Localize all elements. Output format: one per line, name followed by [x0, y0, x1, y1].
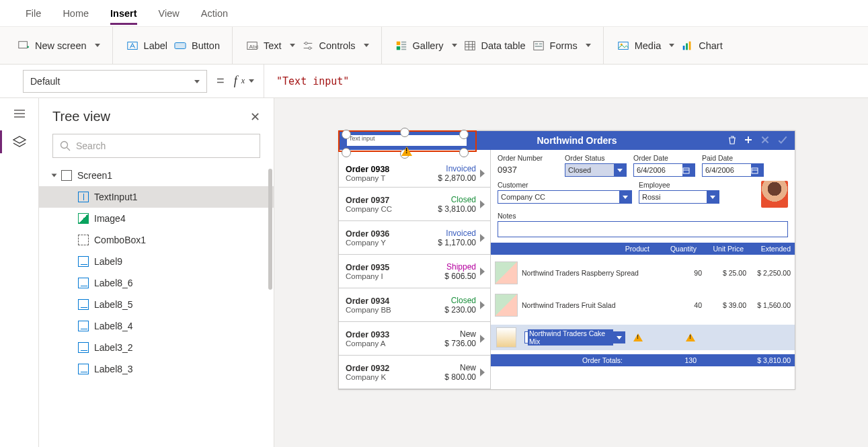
order-row[interactable]: Order 0936Company YInvoiced$ 1,170.00 [339, 221, 490, 255]
product-row[interactable]: Northwind Traders Fruit Salad40$ 39.00$ … [495, 294, 791, 317]
order-row[interactable]: Order 0935Company IShipped$ 606.50 [339, 255, 490, 288]
tree-node-combobox1[interactable]: ComboBox1 [39, 229, 274, 251]
scrollbar-thumb[interactable] [268, 169, 272, 290]
order-number-value: 0937 [498, 163, 558, 175]
menu-view[interactable]: View [159, 8, 180, 19]
tree-node-label8-5[interactable]: Label8_5 [39, 294, 274, 315]
order-row[interactable]: Order 0934Company BBClosed$ 230.00 [339, 288, 490, 322]
order-date-label: Order Date [633, 154, 695, 162]
svg-rect-11 [396, 46, 399, 49]
product-grid-header: Product Quantity Unit Price Extended [491, 243, 795, 255]
new-product-row[interactable]: Northwind Traders Cake Mix [491, 325, 795, 350]
fx-button[interactable]: fx [234, 74, 254, 88]
left-rail [0, 98, 39, 447]
tree-node-screen1[interactable]: Screen1 [39, 165, 274, 186]
notes-label: Notes [498, 212, 788, 220]
order-status: Shipped [426, 262, 476, 272]
combo-node-icon [78, 235, 89, 245]
menu-action[interactable]: Action [201, 8, 228, 19]
property-selector[interactable]: Default [23, 70, 207, 93]
order-row[interactable]: Order 0933Company ANew$ 736.00 [339, 322, 490, 356]
employee-select[interactable]: Rossi [639, 190, 719, 204]
menu-insert[interactable]: Insert [110, 8, 137, 25]
controls-button[interactable]: Controls [302, 40, 369, 52]
gallery-button[interactable]: Gallery [395, 40, 457, 52]
cancel-icon[interactable] [760, 134, 771, 147]
check-icon[interactable] [777, 134, 788, 147]
tree-search[interactable]: Search [52, 134, 260, 158]
order-totals: Order Totals: 130 $ 3,810.00 [491, 354, 795, 366]
dropdown-icon [614, 164, 626, 176]
add-icon[interactable] [744, 135, 753, 147]
svg-point-7 [308, 46, 311, 49]
tree-node-label: Image4 [94, 213, 126, 224]
button-button[interactable]: Button [174, 40, 220, 52]
totals-qty: 130 [649, 356, 697, 364]
svg-point-6 [305, 42, 307, 44]
label-node-icon [78, 299, 89, 310]
order-company: Company K [346, 373, 426, 381]
layers-icon[interactable] [12, 134, 27, 149]
menu-file[interactable]: File [26, 8, 41, 19]
menu-home[interactable]: Home [63, 8, 89, 19]
gallery-icon [395, 40, 407, 52]
screen-icon [17, 40, 30, 52]
text-label: Text [264, 40, 282, 51]
trash-icon[interactable] [727, 135, 737, 147]
order-row[interactable]: Order 0937Company CCClosed$ 3,810.00 [339, 188, 490, 221]
employee-value: Rossi [642, 193, 661, 201]
forms-button[interactable]: Forms [532, 40, 591, 52]
chevron-right-icon [480, 301, 485, 309]
col-quantity: Quantity [649, 245, 697, 253]
datatable-button[interactable]: Data table [464, 40, 526, 52]
order-status-value: Closed [568, 166, 591, 174]
notes-input[interactable] [498, 221, 788, 237]
new-product-select[interactable]: Northwind Traders Cake Mix [524, 331, 625, 343]
order-amount: $ 736.00 [426, 339, 476, 348]
label-node-icon [78, 321, 89, 331]
order-date-value: 6/4/2006 [637, 166, 666, 174]
svg-rect-14 [465, 41, 474, 50]
media-button[interactable]: Media [617, 40, 675, 52]
order-status: New [426, 363, 476, 372]
collapse-icon[interactable] [52, 174, 57, 177]
property-bar: Default = fx "Text input" [0, 65, 868, 98]
tree-node-label9[interactable]: Label9 [39, 251, 274, 272]
datatable-label: Data table [481, 40, 526, 51]
label-button[interactable]: Label [126, 40, 167, 52]
order-amount: $ 2,870.00 [426, 173, 476, 183]
orders-gallery[interactable]: Order 0938Company T Invoiced$ 2,870.00 O… [339, 150, 491, 389]
tree-node-label8-6[interactable]: Label8_6 [39, 272, 274, 294]
tree-node-textinput1[interactable]: TextInput1 [39, 186, 274, 208]
totals-ext: $ 3,810.00 [744, 356, 791, 364]
close-icon[interactable]: ✕ [250, 110, 260, 124]
new-product-value: Northwind Traders Cake Mix [528, 329, 613, 346]
order-row[interactable]: Order 0938Company T Invoiced$ 2,870.00 [339, 150, 490, 188]
tree-node-label8-4[interactable]: Label8_4 [39, 315, 274, 337]
product-ext: $ 2,250.00 [750, 269, 791, 277]
product-row[interactable]: Northwind Traders Raspberry Spread90$ 25… [495, 261, 791, 284]
design-canvas[interactable]: Text input Northwind Orders [274, 98, 868, 447]
tree-node-label: TextInput1 [94, 192, 138, 202]
order-status-select[interactable]: Closed [565, 163, 627, 177]
customer-select[interactable]: Company CC [498, 190, 632, 204]
order-id: Order 0936 [346, 229, 426, 239]
tree-node-label8-3[interactable]: Label8_3 [39, 358, 274, 380]
tree-nodes: Screen1 TextInput1 Image4 ComboBox1 Labe… [39, 165, 274, 447]
button-icon [174, 40, 186, 52]
order-row[interactable]: Order 0932Company KNew$ 800.00 [339, 356, 490, 389]
customer-label: Customer [498, 181, 632, 189]
hamburger-icon[interactable] [12, 106, 27, 121]
text-button[interactable]: Abc Text [246, 40, 295, 52]
tree-node-image4[interactable]: Image4 [39, 208, 274, 229]
new-screen-button[interactable]: New screen [17, 40, 100, 52]
chart-button[interactable]: Chart [681, 40, 722, 52]
tree-node-label3-2[interactable]: Label3_2 [39, 337, 274, 358]
warning-icon [686, 333, 695, 341]
paid-date-picker[interactable]: 6/4/2006 [702, 163, 764, 177]
tree-node-label: Label8_6 [94, 278, 133, 288]
order-date-picker[interactable]: 6/4/2006 [633, 163, 695, 177]
svg-rect-9 [401, 41, 406, 42]
formula-bar[interactable]: "Text input" [264, 65, 349, 97]
svg-rect-26 [752, 168, 758, 173]
